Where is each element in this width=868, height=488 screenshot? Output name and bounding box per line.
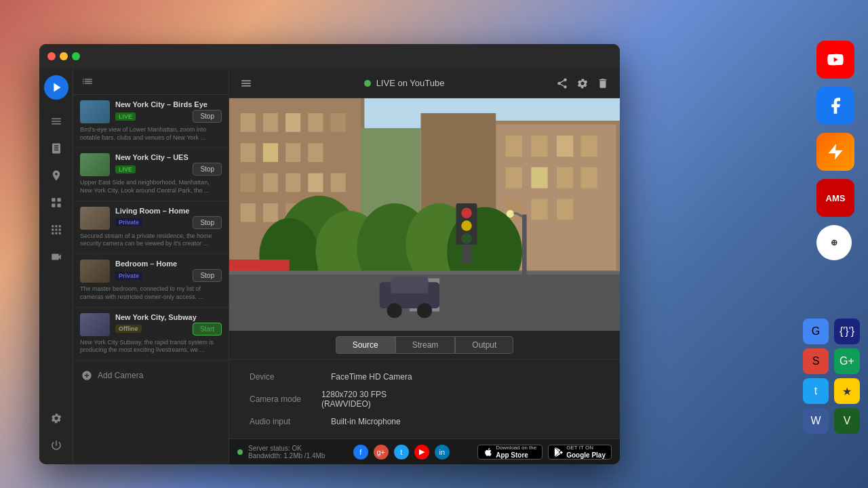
close-button[interactable] <box>47 52 56 60</box>
sidebar-icon-location[interactable] <box>44 163 68 188</box>
camera-status-1: LIVE <box>115 165 136 174</box>
app-logo[interactable] <box>44 75 68 100</box>
camera-start-btn-4[interactable]: Start <box>193 323 222 336</box>
tab-bar: Source Stream Output <box>229 331 620 360</box>
bottom-panel: Source Stream Output Device FaceTime HD … <box>229 331 620 439</box>
audio-input-value: Built-in Microphone <box>331 417 401 426</box>
svg-rect-65 <box>229 260 290 271</box>
sidebar-icon-list[interactable] <box>44 109 68 134</box>
camera-item-2[interactable]: Living Room – Home Private Stop Secured … <box>73 201 229 254</box>
yellow-small-icon[interactable]: ★ <box>834 378 860 404</box>
svg-rect-18 <box>241 143 256 162</box>
camera-name-3: Bedroom – Home <box>115 260 222 268</box>
google-play-badge[interactable]: GET IT ON Google Play <box>548 445 612 460</box>
app-store-badge[interactable]: Download on the App Store <box>477 445 542 460</box>
sidebar-icon-grid2[interactable] <box>44 218 68 242</box>
main-content: LIVE on YouTube <box>229 68 620 464</box>
social-youtube-icon[interactable]: ▶ <box>414 445 429 460</box>
footer-social: f g+ t ▶ in <box>353 445 450 460</box>
thunder-desktop-icon[interactable] <box>816 133 854 171</box>
social-facebook-icon[interactable]: f <box>353 445 368 460</box>
svg-rect-20 <box>285 143 300 162</box>
list-header <box>73 68 229 95</box>
google-small-icon[interactable]: G <box>803 319 829 344</box>
add-camera-label: Add Camera <box>98 371 143 380</box>
footer-right: Download on the App Store GET IT ON Goog… <box>477 445 612 460</box>
camera-item-4[interactable]: New York City, Subway Offline Start New … <box>73 308 229 361</box>
code-small-icon[interactable]: {'}'} <box>834 319 860 344</box>
green-small-icon[interactable]: G+ <box>834 348 860 374</box>
svg-rect-6 <box>52 232 54 235</box>
camera-stop-btn-2[interactable]: Stop <box>193 216 222 229</box>
svg-point-64 <box>461 233 472 244</box>
camera-stop-btn-0[interactable]: Stop <box>193 110 222 123</box>
app-store-main-text: App Store <box>496 451 536 459</box>
bandwidth-text: Bandwidth: 1.2Mb /1.4Mb <box>248 452 325 460</box>
svg-rect-13 <box>241 113 256 132</box>
svg-rect-0 <box>52 225 54 227</box>
svg-rect-34 <box>557 136 573 157</box>
camera-status-2: Private <box>115 218 142 226</box>
settings-btn[interactable] <box>576 77 589 89</box>
camera-mode-value: 868x488 30 FPS (RAWVIDEO) <box>321 390 425 409</box>
ams-desktop-icon[interactable]: AMS <box>816 179 854 217</box>
sidebar-icon-video[interactable] <box>44 245 68 269</box>
sidebar-icon-grid[interactable] <box>44 190 68 215</box>
camera-desc-1: Upper East Side and neighborhood, Manhat… <box>80 179 222 195</box>
camera-stop-btn-3[interactable]: Stop <box>193 269 222 282</box>
camera-mode-row: Camera mode 868x488 30 FPS (RAWVIDEO) <box>250 386 425 413</box>
social-googleplus-icon[interactable]: g+ <box>374 445 389 460</box>
camera-item-1[interactable]: New York City – UES LIVE Stop Upper East… <box>73 148 229 201</box>
share-btn[interactable] <box>556 77 568 89</box>
youtube-desktop-icon[interactable] <box>816 41 854 79</box>
title-bar <box>39 44 620 68</box>
svg-rect-4 <box>55 229 57 231</box>
camera-name-2: Living Room – Home <box>115 207 222 215</box>
sidebar-icon-power[interactable] <box>44 433 68 458</box>
tab-stream[interactable]: Stream <box>395 336 456 354</box>
svg-point-58 <box>387 303 402 318</box>
camera-list: New York City – Birds Eye LIVE Stop Bird… <box>73 68 229 464</box>
svg-rect-19 <box>263 143 278 162</box>
server-status-line1: Server status: OK <box>248 445 325 452</box>
svg-rect-57 <box>391 277 428 293</box>
svg-rect-27 <box>241 203 256 222</box>
tab-source[interactable]: Source <box>336 336 395 354</box>
vine-small-icon[interactable]: V <box>834 408 860 434</box>
delete-btn[interactable] <box>597 77 609 89</box>
social-twitter-icon[interactable]: t <box>394 445 409 460</box>
camera-item-3[interactable]: Bedroom – Home Private Stop The master b… <box>73 254 229 307</box>
sidebar-icon-settings[interactable] <box>44 406 68 430</box>
s5-desktop-icon[interactable]: ⊕ <box>816 225 852 260</box>
desktop-small-icons: G {'}'} S G+ t ★ W V <box>803 319 861 434</box>
camera-status-3: Private <box>115 272 142 280</box>
device-row: Device FaceTime HD Camera <box>250 368 425 386</box>
audio-input-label: Audio input <box>250 417 331 426</box>
svg-rect-66 <box>522 215 527 275</box>
spacer-row <box>425 368 599 386</box>
camera-stop-btn-1[interactable]: Stop <box>193 163 222 176</box>
footer-status-text: Server status: OK Bandwidth: 1.2Mb /1.4M… <box>248 445 325 460</box>
svg-rect-28 <box>263 203 278 222</box>
facebook-desktop-icon[interactable] <box>816 87 854 125</box>
camera-thumb-3 <box>80 260 110 283</box>
wp-small-icon[interactable]: W <box>803 408 829 434</box>
twitter-small-icon[interactable]: t <box>803 378 829 404</box>
sidebar-icon-book[interactable] <box>44 136 68 161</box>
maximize-button[interactable] <box>72 52 80 60</box>
app-footer: Server status: OK Bandwidth: 1.2Mb /1.4M… <box>229 439 620 464</box>
social-linkedin-icon[interactable]: in <box>435 445 450 460</box>
spacer-row2 <box>425 386 599 413</box>
add-camera-btn[interactable]: Add Camera <box>73 363 229 388</box>
camera-thumb-0 <box>80 100 110 123</box>
camera-name-1: New York City – UES <box>115 153 222 161</box>
red-small-icon[interactable]: S <box>803 348 829 374</box>
camera-item-0[interactable]: New York City – Birds Eye LIVE Stop Bird… <box>73 95 229 148</box>
camera-thumb-4 <box>80 313 110 336</box>
menu-icon-btn[interactable] <box>240 77 252 89</box>
footer-left: Server status: OK Bandwidth: 1.2Mb /1.4M… <box>237 445 325 460</box>
minimize-button[interactable] <box>60 52 68 60</box>
tab-output[interactable]: Output <box>455 336 513 354</box>
svg-rect-42 <box>557 199 573 220</box>
svg-rect-37 <box>531 167 547 188</box>
